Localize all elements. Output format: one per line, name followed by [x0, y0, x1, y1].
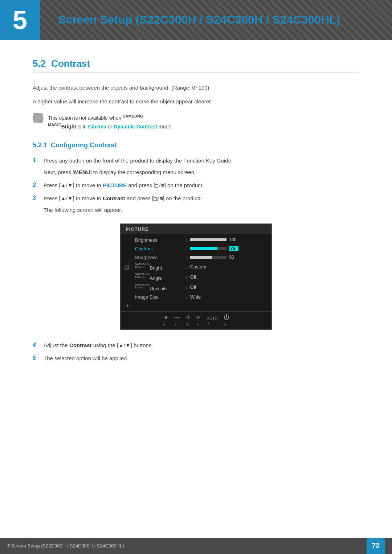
toolbar-btn-auto: AUTO▼	[207, 316, 218, 325]
sharpness-bar-bg	[190, 256, 226, 259]
step-3-subtext: The following screen will appear.	[44, 206, 359, 214]
chapter-title-bg: Screen Setup (S22C300H / S24C300H / S24C…	[40, 0, 392, 40]
toolbar-btn-cross: ✛▼	[186, 314, 191, 327]
menu-row-image-size: Image Size : Wide	[121, 292, 271, 301]
sharpness-bar-fill	[190, 256, 212, 259]
menu-row-contrast: Contrast : 75	[121, 244, 271, 253]
menu-row-brightness: Brightness : 100	[121, 235, 271, 244]
menu-row-arrow: ▼	[121, 301, 271, 310]
section-title: 5.2Contrast	[33, 58, 359, 73]
monitor-toolbar: ◄▼ —▼ ✛▼ ↵▼ AUTO▼ ⏻▼	[121, 311, 271, 329]
contrast-bar-fill	[190, 247, 217, 250]
step-1-text2: Next, press [MENU] to display the corres…	[44, 168, 359, 177]
chapter-header: 5 Screen Setup (S22C300H / S24C300H / S2…	[0, 0, 392, 40]
menu-row-magic-bright: ▨ SAMSUNGMAGICBright : Custom	[121, 262, 271, 272]
brightness-bar-fill	[190, 238, 226, 241]
steps-list-2: 4 Adjust the Contrast using the [▲/▼] bu…	[33, 341, 359, 363]
subsection-title: 5.2.1Configuring Contrast	[33, 141, 359, 149]
menu-icon: ▨	[124, 263, 130, 270]
description-2: A higher value will increase the contras…	[33, 97, 359, 106]
note-text: This option is not available when SAMSUN…	[48, 113, 173, 131]
description-1: Adjust the contrast between the objects …	[33, 83, 359, 92]
step-5: 5 The selected option will be applied.	[33, 354, 359, 363]
monitor-screen: PICTURE Brightness : 100 Contrast	[120, 223, 272, 330]
menu-row-magic-upscale: SAMSUNGMAGICUpscale : Off	[121, 282, 271, 292]
toolbar-btn-power: ⏻▼	[224, 314, 229, 327]
step-3: 3 Press [▲/▼] to move to Contrast and pr…	[33, 194, 359, 214]
menu-row-sharpness: Sharpness : 60	[121, 253, 271, 262]
step-5-text: The selected option will be applied.	[44, 354, 359, 363]
brightness-bar-bg	[190, 238, 226, 241]
step-2: 2 Press [▲/▼] to move to PICTURE and pre…	[33, 181, 359, 190]
step-3-contrast: Contrast	[103, 195, 125, 201]
step-4-contrast: Contrast	[69, 342, 92, 348]
menu-items: Brightness : 100 Contrast :	[121, 234, 271, 311]
step-4: 4 Adjust the Contrast using the [▲/▼] bu…	[33, 341, 359, 350]
page-number: 72	[367, 538, 385, 554]
monitor-container: PICTURE Brightness : 100 Contrast	[33, 223, 359, 330]
menu-header: PICTURE	[121, 224, 271, 234]
chapter-number: 5	[0, 0, 40, 40]
toolbar-btn-left: ◄▼	[163, 314, 168, 327]
menu-row-magic-angle: SAMSUNGMAGICAngle : Off	[121, 272, 271, 282]
steps-list: 1 Press any button on the front of the p…	[33, 156, 359, 214]
note-box: This option is not available when SAMSUN…	[33, 113, 359, 131]
note-icon	[33, 113, 44, 123]
main-content: 5.2Contrast Adjust the contrast between …	[0, 58, 392, 396]
step-2-picture: PICTURE	[103, 182, 127, 188]
toolbar-btn-minus: —▼	[174, 314, 180, 327]
page-footer: 5 Screen Setup (S22C300H / S24C300H / S2…	[0, 538, 392, 554]
contrast-bar-bg	[190, 247, 226, 250]
step-1: 1 Press any button on the front of the p…	[33, 156, 359, 177]
chapter-title: Screen Setup (S22C300H / S24C300H / S24C…	[47, 5, 351, 35]
toolbar-btn-enter: ↵▼	[196, 314, 201, 327]
footer-text: 5 Screen Setup (S22C300H / S24C300H / S2…	[7, 543, 124, 549]
step-1-text1: Press any button on the front of the pro…	[44, 157, 233, 164]
